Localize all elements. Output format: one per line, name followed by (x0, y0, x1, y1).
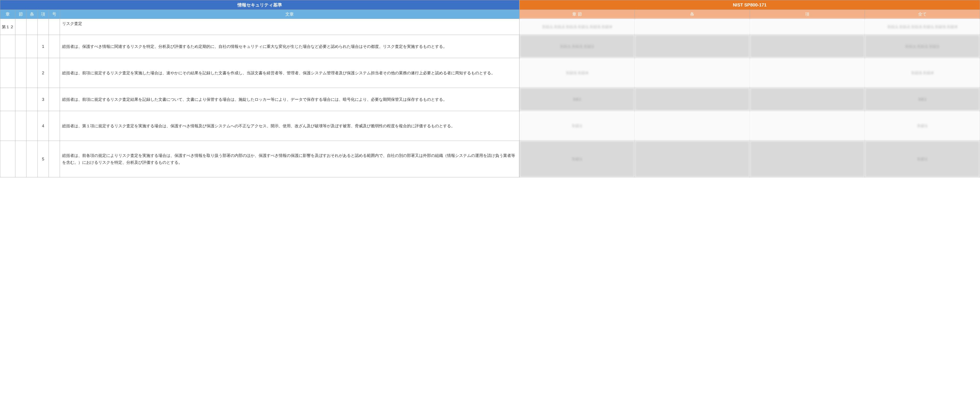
cell-item: 4 (38, 111, 49, 141)
table-row: 3.12.1 3.12.1 (520, 111, 980, 141)
left-table: 情報セキュリティ基準 章 節 条 項 号 文章 第１２ (0, 0, 519, 177)
cell-article (27, 35, 38, 58)
table-row: 3.8.1 3.8.1 (520, 88, 980, 111)
left-body: 第１２ リスク査定 1 総括者は、保護すべき情報に関連するリスクを特定、分析及び… (0, 19, 519, 177)
table-row: 4 総括者は、第１項に規定するリスク査定を実施する場合は、保護すべき情報及び保護… (0, 111, 519, 141)
hdr-text: 文章 (60, 10, 519, 19)
cell-item (38, 19, 49, 35)
cell-number (49, 141, 60, 177)
cell-all: 3.11.1, 3.11.2, 3.12.1 (865, 35, 980, 58)
cell-article-r (635, 141, 750, 177)
cell-article (27, 141, 38, 177)
cell-section (15, 19, 27, 35)
cell-article (27, 58, 38, 88)
hdr-item-r: 項 (750, 10, 865, 19)
cell-number (49, 111, 60, 141)
table-row: 3.11.1, 3.11.2, 3.12.1 3.11.1, 3.11.2, 3… (520, 35, 980, 58)
cell-text: 総括者は、前項に規定するリスク査定を実施した場合は、速やかにその結果を記録した文… (60, 58, 519, 88)
left-title: 情報セキュリティ基準 (0, 0, 519, 10)
cell-text: 総括者は、前項に規定するリスク査定結果を記録した文書について、文書により保管する… (60, 88, 519, 111)
cell-item: 2 (38, 58, 49, 88)
cell-all: 3.12.1 (865, 141, 980, 177)
cell-item-r (750, 19, 865, 35)
comparison-table: 情報セキュリティ基準 章 節 条 項 号 文章 第１２ (0, 0, 980, 177)
cell-number (49, 58, 60, 88)
table-row: 1 総括者は、保護すべき情報に関連するリスクを特定、分析及び評価するため定期的に… (0, 35, 519, 58)
hdr-number: 号 (49, 10, 60, 19)
table-row: 第１２ リスク査定 (0, 19, 519, 35)
table-row: 5 総括者は、前各項の規定によりリスク査定を実施する場合は、保護すべき情報を取り… (0, 141, 519, 177)
table-row: 2 総括者は、前項に規定するリスク査定を実施した場合は、速やかにその結果を記録し… (0, 58, 519, 88)
cell-number (49, 19, 60, 35)
cell-article-r (635, 19, 750, 35)
hdr-all: 全て (865, 10, 980, 19)
cell-item: 1 (38, 35, 49, 58)
cell-article (27, 19, 38, 35)
table-row: 3.12.3, 3.12.4 3.12.3, 3.12.4 (520, 58, 980, 88)
right-table: NIST SP800-171 章 節 条 項 全て 3.11.1, 3.11.2… (519, 0, 980, 177)
cell-item-r (750, 88, 865, 111)
cell-article-r (635, 111, 750, 141)
cell-chapter (0, 58, 15, 88)
left-panel: 情報セキュリティ基準 章 節 条 項 号 文章 第１２ (0, 0, 519, 177)
cell-chapter: 第１２ (0, 19, 15, 35)
cell-chapter (0, 35, 15, 58)
cell-article (27, 88, 38, 111)
right-panel: NIST SP800-171 章 節 条 項 全て 3.11.1, 3.11.2… (519, 0, 980, 177)
cell-chap-sec: 3.8.1 (520, 88, 635, 111)
hdr-item: 項 (38, 10, 49, 19)
hdr-article: 条 (27, 10, 38, 19)
right-title: NIST SP800-171 (520, 0, 980, 10)
right-body: 3.11.1, 3.11.2, 3.11.3, 3.12.1, 3.12.3, … (520, 19, 980, 177)
table-row: 3 総括者は、前項に規定するリスク査定結果を記録した文書について、文書により保管… (0, 88, 519, 111)
cell-chapter (0, 111, 15, 141)
cell-section (15, 58, 27, 88)
cell-chap-sec: 3.12.1 (520, 111, 635, 141)
cell-chap-sec: 3.11.1, 3.11.2, 3.12.1 (520, 35, 635, 58)
cell-number (49, 35, 60, 58)
cell-article-r (635, 35, 750, 58)
cell-section (15, 141, 27, 177)
cell-text: リスク査定 (60, 19, 519, 35)
hdr-chapter: 章 (0, 10, 15, 19)
hdr-section: 節 (15, 10, 27, 19)
cell-section (15, 35, 27, 58)
hdr-article-r: 条 (635, 10, 750, 19)
cell-chapter (0, 141, 15, 177)
cell-all: 3.12.3, 3.12.4 (865, 58, 980, 88)
cell-chap-sec: 3.11.1, 3.11.2, 3.11.3, 3.12.1, 3.12.3, … (520, 19, 635, 35)
cell-item: 3 (38, 88, 49, 111)
cell-article (27, 111, 38, 141)
cell-chapter (0, 88, 15, 111)
cell-item-r (750, 111, 865, 141)
cell-all: 3.11.1, 3.11.2, 3.11.3, 3.12.1, 3.12.3, … (865, 19, 980, 35)
cell-section (15, 111, 27, 141)
cell-item-r (750, 35, 865, 58)
cell-text: 総括者は、保護すべき情報に関連するリスクを特定、分析及び評価するため定期的に、自… (60, 35, 519, 58)
cell-text: 総括者は、前各項の規定によりリスク査定を実施する場合は、保護すべき情報を取り扱う… (60, 141, 519, 177)
hdr-chap-sec: 章 節 (520, 10, 635, 19)
cell-all: 3.8.1 (865, 88, 980, 111)
cell-item-r (750, 58, 865, 88)
cell-section (15, 88, 27, 111)
table-row: 3.11.1, 3.11.2, 3.11.3, 3.12.1, 3.12.3, … (520, 19, 980, 35)
table-row: 3.12.1 3.12.1 (520, 141, 980, 177)
cell-article-r (635, 58, 750, 88)
cell-chap-sec: 3.12.1 (520, 141, 635, 177)
cell-item-r (750, 141, 865, 177)
cell-item: 5 (38, 141, 49, 177)
cell-text: 総括者は、第１項に規定するリスク査定を実施する場合は、保護すべき情報及び保護シス… (60, 111, 519, 141)
cell-article-r (635, 88, 750, 111)
cell-all: 3.12.1 (865, 111, 980, 141)
cell-chap-sec: 3.12.3, 3.12.4 (520, 58, 635, 88)
cell-number (49, 88, 60, 111)
